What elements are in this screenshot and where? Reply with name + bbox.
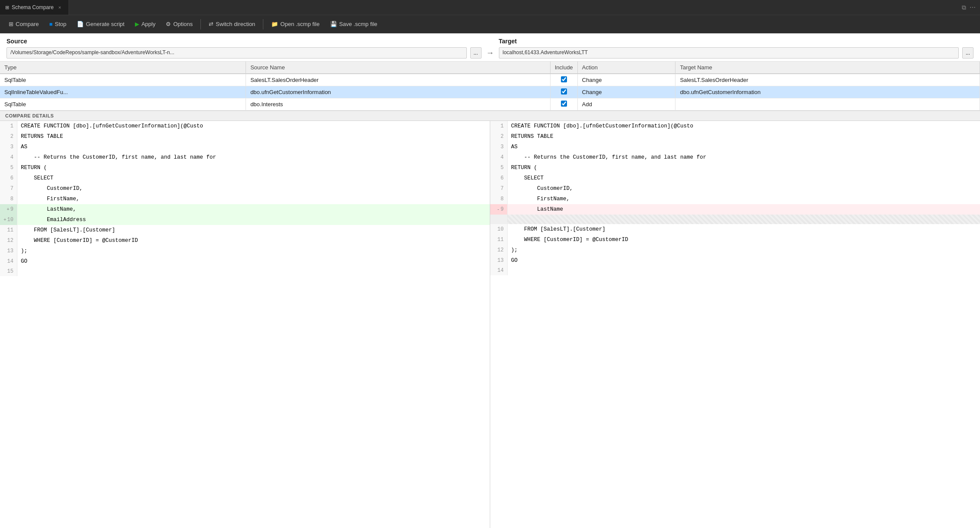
separator-1 xyxy=(200,19,201,29)
diff-line: 7 CustomerID, xyxy=(0,183,490,194)
line-number: 3 xyxy=(0,142,17,152)
diff-line: 3 AS xyxy=(0,142,490,152)
direction-arrow: → xyxy=(482,49,499,59)
save-scmp-icon: 💾 xyxy=(330,21,337,27)
include-checkbox[interactable] xyxy=(561,88,567,95)
source-section: Source /Volumes/Storage/CodeRepos/sample… xyxy=(7,38,482,59)
diff-line xyxy=(490,215,980,224)
stop-button[interactable]: ■ Stop xyxy=(45,19,71,29)
line-number: 14 xyxy=(0,256,17,267)
cell-type: SqlTable xyxy=(0,98,246,111)
apply-button[interactable]: ▶ Apply xyxy=(131,19,160,29)
line-number: 4 xyxy=(0,152,17,163)
line-content xyxy=(17,267,490,276)
col-target-name: Target Name xyxy=(675,62,980,74)
diff-panel-right[interactable]: 1 CREATE FUNCTION [dbo].[ufnGetCustomerI… xyxy=(490,121,980,528)
line-number: 13 xyxy=(0,246,17,256)
line-marker: - xyxy=(497,207,500,212)
diff-line: 2 RETURNS TABLE xyxy=(0,131,490,142)
open-scmp-button[interactable]: 📁 Open .scmp file xyxy=(267,19,324,29)
cell-include[interactable] xyxy=(550,98,577,111)
cell-action: Add xyxy=(577,98,675,111)
target-more-button[interactable]: ... xyxy=(962,47,973,59)
generate-script-icon: 📄 xyxy=(77,21,84,27)
source-path-row: /Volumes/Storage/CodeRepos/sample-sandbo… xyxy=(7,47,482,59)
diff-line: 4 -- Returns the CustomerID, first name,… xyxy=(0,152,490,163)
line-content: FirstName, xyxy=(508,194,980,204)
line-content: AS xyxy=(17,142,490,152)
include-checkbox[interactable] xyxy=(561,101,567,107)
diff-line: 7 CustomerID, xyxy=(490,183,980,194)
diff-line: 1 CREATE FUNCTION [dbo].[ufnGetCustomerI… xyxy=(490,121,980,131)
diff-line: +10 EmailAddress xyxy=(0,215,490,225)
target-path-input[interactable]: localhost,61433.AdventureWorksLTT xyxy=(499,47,959,59)
include-checkbox[interactable] xyxy=(561,76,567,82)
schema-compare-tab[interactable]: ⊞ Schema Compare × xyxy=(0,0,69,15)
diff-line: 6 SELECT xyxy=(0,173,490,183)
target-label: Target xyxy=(499,38,974,45)
compare-button[interactable]: ⊞ Compare xyxy=(4,19,43,29)
source-more-button[interactable]: ... xyxy=(470,47,482,59)
line-content: WHERE [CustomerID] = @CustomerID xyxy=(508,235,980,245)
tab-close-button[interactable]: × xyxy=(56,4,63,11)
line-content: AS xyxy=(508,142,980,152)
diff-panel-left[interactable]: 1 CREATE FUNCTION [dbo].[ufnGetCustomerI… xyxy=(0,121,490,528)
split-editor-button[interactable]: ⧉ xyxy=(962,4,966,11)
schema-compare-icon: ⊞ xyxy=(5,5,9,10)
more-actions-button[interactable]: ⋯ xyxy=(970,4,976,11)
source-path-input[interactable]: /Volumes/Storage/CodeRepos/sample-sandbo… xyxy=(7,47,467,59)
col-source-name: Source Name xyxy=(246,62,551,74)
line-content: LastName, xyxy=(17,204,490,215)
cell-action: Change xyxy=(577,86,675,98)
line-content: -- Returns the CustomerID, first name, a… xyxy=(17,152,490,163)
cell-include[interactable] xyxy=(550,86,577,98)
line-content: -- Returns the CustomerID, first name, a… xyxy=(508,152,980,163)
target-path-row: localhost,61433.AdventureWorksLTT ... xyxy=(499,47,974,59)
options-button[interactable]: ⚙ Options xyxy=(161,19,197,29)
diff-line: 5 RETURN ( xyxy=(490,163,980,173)
table-header-row: Type Source Name Include Action Target N… xyxy=(0,62,980,74)
apply-icon: ▶ xyxy=(135,21,139,27)
table-row[interactable]: SqlTable SalesLT.SalesOrderHeader Change… xyxy=(0,74,980,86)
diff-line: 8 FirstName, xyxy=(0,194,490,204)
line-content: SELECT xyxy=(508,173,980,183)
line-content: CREATE FUNCTION [dbo].[ufnGetCustomerInf… xyxy=(508,121,980,131)
cell-target-name: SalesLT.SalesOrderHeader xyxy=(675,74,980,86)
tab-bar: ⊞ Schema Compare × ⧉ ⋯ xyxy=(0,0,980,15)
line-number: 6 xyxy=(490,173,508,183)
table-row[interactable]: SqlInlineTableValuedFu... dbo.ufnGetCust… xyxy=(0,86,980,98)
target-section: Target localhost,61433.AdventureWorksLTT… xyxy=(499,38,974,59)
generate-script-button[interactable]: 📄 Generate script xyxy=(72,19,129,29)
save-scmp-button[interactable]: 💾 Save .scmp file xyxy=(326,19,382,29)
diff-line: 14 GO xyxy=(0,256,490,267)
switch-direction-button[interactable]: ⇄ Switch direction xyxy=(204,19,259,29)
line-number: 11 xyxy=(490,235,508,245)
compare-icon: ⊞ xyxy=(9,21,13,27)
diff-line: 10 FROM [SalesLT].[Customer] xyxy=(490,224,980,235)
line-content: RETURN ( xyxy=(17,163,490,173)
line-content xyxy=(508,215,980,224)
line-content: RETURN ( xyxy=(508,163,980,173)
line-number: 10 xyxy=(490,224,508,235)
line-number: 2 xyxy=(0,131,17,142)
diff-line: 12 WHERE [CustomerID] = @CustomerID xyxy=(0,235,490,246)
diff-line: 1 CREATE FUNCTION [dbo].[ufnGetCustomerI… xyxy=(0,121,490,131)
line-content: CREATE FUNCTION [dbo].[ufnGetCustomerInf… xyxy=(17,121,490,131)
line-number: 8 xyxy=(490,194,508,204)
code-diff-area: 1 CREATE FUNCTION [dbo].[ufnGetCustomerI… xyxy=(0,121,980,528)
line-number: 6 xyxy=(0,173,17,183)
line-content: GO xyxy=(508,255,980,266)
tab-title: Schema Compare xyxy=(12,4,54,10)
compare-details-header: COMPARE DETAILS xyxy=(0,111,980,121)
line-number: 15 xyxy=(0,267,17,276)
diff-line: 2 RETURNS TABLE xyxy=(490,131,980,142)
diff-line: 14 xyxy=(490,266,980,275)
table-row[interactable]: SqlTable dbo.Interests Add xyxy=(0,98,980,111)
cell-include[interactable] xyxy=(550,74,577,86)
diff-line: 11 FROM [SalesLT].[Customer] xyxy=(0,225,490,235)
stop-icon: ■ xyxy=(49,21,52,27)
diff-line: 12 ); xyxy=(490,245,980,255)
col-type: Type xyxy=(0,62,246,74)
source-target-header: Source /Volumes/Storage/CodeRepos/sample… xyxy=(0,33,980,62)
diff-line: +9 LastName, xyxy=(0,204,490,215)
